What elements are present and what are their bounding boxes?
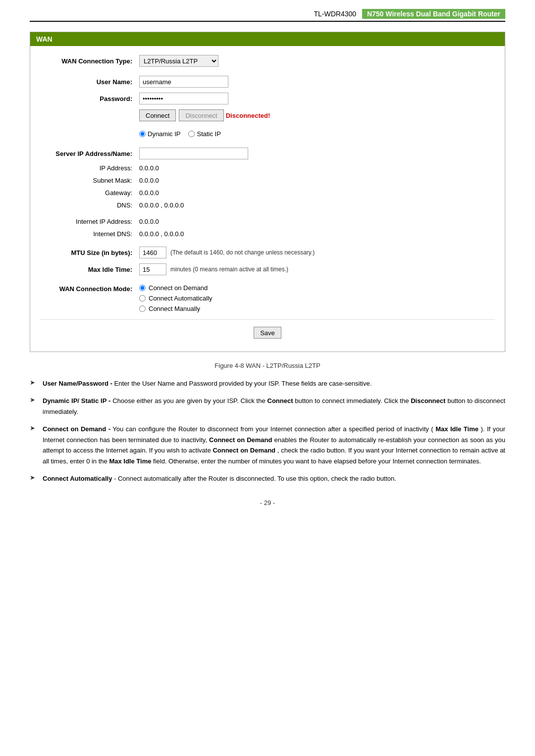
password-input[interactable] bbox=[139, 93, 228, 104]
body-text-2b: button to connect immediately. Click the bbox=[295, 397, 411, 404]
internet-dns-row: Internet DNS: 0.0.0.0 , 0.0.0.0 bbox=[40, 230, 495, 238]
connection-type-select[interactable]: L2TP/Russia L2TP bbox=[139, 55, 218, 67]
body-item-1: ➤ User Name/Password - Enter the User Na… bbox=[30, 378, 505, 389]
internet-dns-value: 0.0.0.0 , 0.0.0.0 bbox=[139, 230, 184, 238]
static-ip-radio[interactable] bbox=[188, 131, 195, 137]
gateway-value: 0.0.0.0 bbox=[139, 189, 159, 197]
save-button[interactable]: Save bbox=[254, 327, 281, 339]
figure-caption: Figure 4-8 WAN - L2TP/Russia L2TP bbox=[30, 362, 505, 369]
mtu-hint: (The default is 1460, do not change unle… bbox=[170, 249, 315, 256]
ip-address-value: 0.0.0.0 bbox=[139, 164, 159, 172]
wan-mode-row: WAN Connection Mode: Connect on Demand C… bbox=[40, 284, 495, 312]
body-item-4: ➤ Connect Automatically - Connect automa… bbox=[30, 473, 505, 484]
mtu-label: MTU Size (in bytes): bbox=[40, 249, 139, 256]
connection-type-label: WAN Connection Type: bbox=[40, 57, 139, 65]
body-text-3e: field. Otherwise, enter the number of mi… bbox=[153, 457, 481, 465]
gateway-row: Gateway: 0.0.0.0 bbox=[40, 189, 495, 197]
connection-type-row: WAN Connection Type: L2TP/Russia L2TP bbox=[40, 55, 495, 67]
password-label: Password: bbox=[40, 95, 139, 102]
mtu-input[interactable] bbox=[139, 247, 166, 258]
static-ip-option[interactable]: Static IP bbox=[188, 130, 220, 138]
wan-panel-title: WAN bbox=[30, 32, 505, 46]
dns-row: DNS: 0.0.0.0 , 0.0.0.0 bbox=[40, 202, 495, 209]
connect-on-demand-label: Connect on Demand bbox=[149, 284, 208, 292]
wan-panel-body: WAN Connection Type: L2TP/Russia L2TP Us… bbox=[30, 46, 505, 352]
idle-time-row: Max Idle Time: minutes (0 means remain a… bbox=[40, 263, 495, 275]
connect-on-demand-option[interactable]: Connect on Demand bbox=[139, 284, 213, 292]
bold-cod2-3: Connect on Demand bbox=[213, 447, 275, 454]
bold-intro-4: Connect Automatically bbox=[43, 475, 112, 482]
body-text-3: Connect on Demand - You can configure th… bbox=[43, 424, 505, 466]
connect-button[interactable]: Connect bbox=[139, 109, 176, 121]
dns-label: DNS: bbox=[40, 202, 139, 209]
connect-auto-radio[interactable] bbox=[139, 295, 146, 302]
server-ip-label: Server IP Address/Name: bbox=[40, 150, 139, 157]
body-text-2a: Choose either as you are given by your I… bbox=[112, 397, 267, 404]
bold-disconnect-2: Disconnect bbox=[411, 397, 445, 404]
connect-manually-label: Connect Manually bbox=[149, 305, 200, 312]
body-text-3a: You can configure the Router to disconne… bbox=[112, 425, 433, 433]
server-ip-input[interactable] bbox=[139, 148, 248, 159]
body-text-1: User Name/Password - Enter the User Name… bbox=[43, 378, 505, 389]
body-text-2: Dynamic IP/ Static IP - Choose either as… bbox=[43, 396, 505, 417]
connect-on-demand-radio[interactable] bbox=[139, 285, 146, 291]
connect-buttons-row: Connect Disconnect Disconnected! bbox=[40, 109, 495, 121]
bold-maxidle-3: Max Idle Time bbox=[435, 425, 479, 433]
subnet-mask-value: 0.0.0.0 bbox=[139, 177, 159, 184]
dynamic-ip-option[interactable]: Dynamic IP bbox=[139, 130, 180, 138]
ip-type-radio-group: Dynamic IP Static IP bbox=[139, 130, 221, 138]
bullet-arrow-4: ➤ bbox=[30, 474, 39, 481]
bold-cod-3: Connect on Demand bbox=[209, 436, 272, 444]
disconnect-button[interactable]: Disconnect bbox=[179, 109, 223, 121]
subnet-mask-label: Subnet Mask: bbox=[40, 177, 139, 184]
ip-address-label: IP Address: bbox=[40, 164, 139, 172]
ip-address-row: IP Address: 0.0.0.0 bbox=[40, 164, 495, 172]
bold-intro-3: Connect on Demand - bbox=[43, 425, 110, 433]
connect-auto-label: Connect Automatically bbox=[149, 295, 213, 302]
model-label: TL-WDR4300 bbox=[314, 10, 356, 18]
user-name-row: User Name: bbox=[40, 76, 495, 88]
connect-auto-option[interactable]: Connect Automatically bbox=[139, 295, 213, 302]
internet-dns-label: Internet DNS: bbox=[40, 230, 139, 238]
user-name-input[interactable] bbox=[139, 76, 228, 88]
bullet-arrow-2: ➤ bbox=[30, 396, 39, 403]
dns-value: 0.0.0.0 , 0.0.0.0 bbox=[139, 202, 184, 209]
subnet-mask-row: Subnet Mask: 0.0.0.0 bbox=[40, 177, 495, 184]
connection-status: Disconnected! bbox=[226, 112, 270, 119]
idle-time-hint: minutes (0 means remain active at all ti… bbox=[170, 266, 288, 273]
bold-intro-2: Dynamic IP/ Static IP - bbox=[43, 397, 110, 404]
dynamic-ip-label: Dynamic IP bbox=[148, 130, 180, 138]
product-description: N750 Wireless Dual Band Gigabit Router bbox=[362, 9, 505, 19]
internet-ip-row: Internet IP Address: 0.0.0.0 bbox=[40, 218, 495, 225]
mtu-row: MTU Size (in bytes): (The default is 146… bbox=[40, 247, 495, 258]
internet-ip-value: 0.0.0.0 bbox=[139, 218, 159, 225]
bold-maxidle2-3: Max Idle Time bbox=[109, 457, 151, 465]
wan-mode-options: Connect on Demand Connect Automatically … bbox=[139, 284, 213, 312]
body-text-1-content: Enter the User Name and Password provide… bbox=[114, 380, 372, 387]
page-number: - 29 - bbox=[30, 499, 505, 506]
body-text-4a: - Connect automatically after the Router… bbox=[114, 475, 396, 482]
body-item-2: ➤ Dynamic IP/ Static IP - Choose either … bbox=[30, 396, 505, 417]
idle-time-input[interactable] bbox=[139, 263, 166, 275]
idle-time-label: Max Idle Time: bbox=[40, 266, 139, 273]
bullet-arrow-3: ➤ bbox=[30, 424, 39, 432]
static-ip-label: Static IP bbox=[197, 130, 220, 138]
internet-ip-label: Internet IP Address: bbox=[40, 218, 139, 225]
bold-connect-2: Connect bbox=[268, 397, 293, 404]
wan-panel: WAN WAN Connection Type: L2TP/Russia L2T… bbox=[30, 32, 505, 352]
save-row: Save bbox=[40, 319, 495, 343]
connect-manually-option[interactable]: Connect Manually bbox=[139, 305, 213, 312]
server-ip-row: Server IP Address/Name: bbox=[40, 148, 495, 159]
bullet-arrow-1: ➤ bbox=[30, 379, 39, 386]
ip-type-row: Dynamic IP Static IP bbox=[40, 130, 495, 143]
page-header: TL-WDR4300 N750 Wireless Dual Band Gigab… bbox=[30, 10, 505, 22]
gateway-label: Gateway: bbox=[40, 189, 139, 197]
bold-intro-1: User Name/Password - bbox=[43, 380, 112, 387]
user-name-label: User Name: bbox=[40, 78, 139, 86]
body-item-3: ➤ Connect on Demand - You can configure … bbox=[30, 424, 505, 466]
password-row: Password: bbox=[40, 93, 495, 104]
body-text-4: Connect Automatically - Connect automati… bbox=[43, 473, 505, 484]
dynamic-ip-radio[interactable] bbox=[139, 131, 146, 137]
connect-manually-radio[interactable] bbox=[139, 305, 146, 312]
wan-mode-label: WAN Connection Mode: bbox=[40, 284, 139, 293]
